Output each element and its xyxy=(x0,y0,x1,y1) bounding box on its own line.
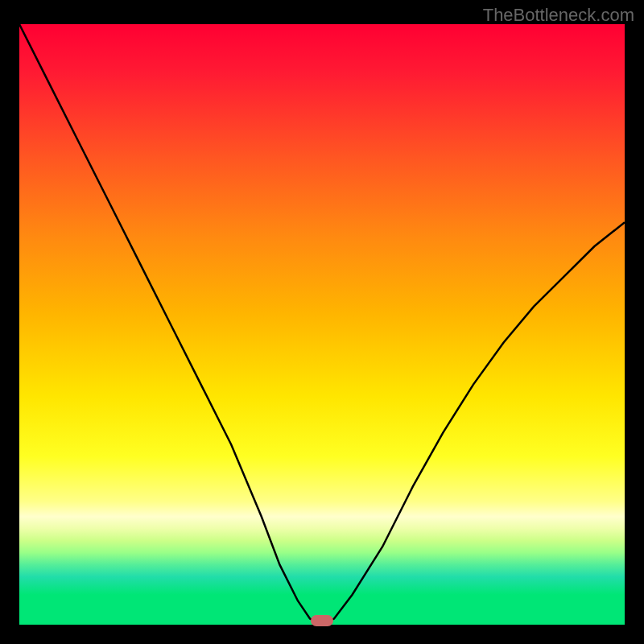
chart-plot-area xyxy=(19,24,625,625)
bottleneck-curve xyxy=(19,24,625,625)
minimum-marker xyxy=(311,615,333,626)
watermark-text: TheBottleneck.com xyxy=(483,5,634,26)
